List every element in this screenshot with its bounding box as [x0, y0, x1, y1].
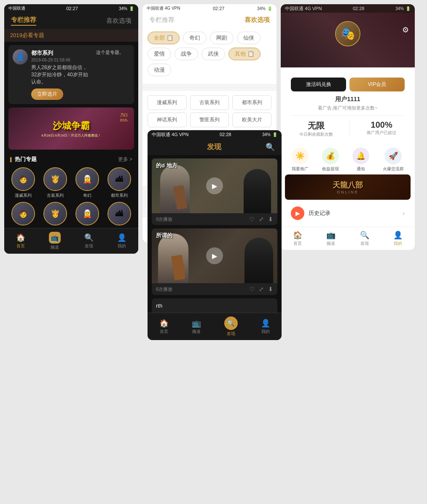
carrier-2: 中国联通 4G VPN	[147, 5, 180, 11]
instant-watch-btn[interactable]: 立即选片	[31, 88, 63, 100]
channel-icon-1: 📺	[49, 232, 61, 244]
game-banner-3[interactable]: 天龍八部 ONLINE	[285, 174, 411, 200]
vip-btn[interactable]: VIP会员	[349, 78, 405, 91]
nav-home-1[interactable]: 🏠 首页	[16, 233, 25, 249]
tab-xihuan-2[interactable]: 喜欢选项	[244, 16, 270, 24]
nav-mine-3[interactable]: 👤 我的	[393, 231, 403, 247]
discover-icon-3: 🔍	[360, 231, 369, 240]
like-icon-1[interactable]: ♡	[249, 216, 255, 223]
user-card: 激活码兑换 VIP会员 用户1111 看广告,推广可增加更多次数~ 无限 今日剩…	[285, 72, 411, 143]
grid-item-0[interactable]: 🧑 漫威系列	[8, 167, 38, 198]
tag-romance[interactable]: 爱情	[148, 48, 171, 60]
grid-item-6[interactable]: 🧝	[73, 202, 102, 225]
sub-tag-overseas[interactable]: 欧美大片	[232, 113, 271, 127]
channel-label-3: 频道	[327, 241, 335, 247]
grid-item-1[interactable]: 👸 古装系列	[40, 167, 70, 198]
grid-item-5[interactable]: 👸	[40, 202, 70, 225]
video-card-1[interactable]: ▶ 的d 地方 0次播放 ♡ ⤢ ⬇	[152, 158, 277, 225]
action-promote[interactable]: ☀️ 我要推广	[292, 147, 309, 172]
grid-item-7[interactable]: 🏙	[105, 202, 134, 225]
grid-item-4[interactable]: 🧑	[8, 202, 38, 225]
play-btn-1[interactable]: ▶	[206, 177, 223, 194]
history-row[interactable]: ▶ 历史记录 ›	[285, 202, 411, 224]
home-label-3: 首页	[293, 241, 302, 247]
status-right-4: 34%🔋	[262, 132, 277, 137]
carrier-4: 中国联通 4G VPN	[152, 131, 188, 138]
share-icon-2[interactable]: ⤢	[259, 286, 264, 292]
partial-title: rth	[156, 303, 162, 309]
sub-tag-marvel[interactable]: 漫威系列	[148, 95, 187, 110]
activate-btn[interactable]: 激活码兑换	[291, 78, 346, 91]
video-card-2[interactable]: ▶ 所谓的 6次播放 ♡ ⤢ ⬇	[152, 228, 277, 295]
nav-channel-4[interactable]: 📺 频道	[192, 319, 201, 335]
game-title-3: 天龍八部	[333, 180, 363, 190]
hot-topics-grid: 🧑 漫威系列 👸 古装系列 🧝 奇幻 🏙 都市系列	[4, 165, 138, 201]
user-avatar[interactable]: 🎭	[335, 21, 360, 46]
tag-fantasy[interactable]: 奇幻	[183, 32, 207, 44]
mine-label-4: 我的	[261, 329, 270, 335]
grid-item-3[interactable]: 🏙 都市系列	[105, 167, 134, 198]
action-notify[interactable]: 🔔 通知	[352, 147, 369, 172]
video-actions-1: ♡ ⤢ ⬇	[249, 216, 273, 223]
video-info-1: 0次播放 ♡ ⤢ ⬇	[152, 213, 277, 225]
carrier-3: 中国联通 4G VPN	[285, 5, 322, 12]
nav-channel-3[interactable]: 📺 频道	[326, 231, 336, 247]
nav-home-4[interactable]: 🏠 首页	[159, 319, 169, 335]
tab-zhuanlan[interactable]: 专栏推荐	[11, 16, 36, 26]
status-right-2: 34% 🔋	[257, 6, 272, 11]
discover-header: 发现 🔍	[148, 139, 282, 155]
status-bar-3: 中国联通 4G VPN 02:28 34%🔋	[281, 4, 415, 13]
gear-icon[interactable]: ⚙	[402, 25, 409, 35]
download-icon-2[interactable]: ⬇	[268, 286, 273, 292]
play-btn-2[interactable]: ▶	[206, 247, 223, 264]
like-icon-2[interactable]: ♡	[249, 286, 255, 292]
time-3: 02:28	[353, 6, 365, 11]
featured-card[interactable]: 👤 都市系列 2019-06-29 01:58:46 男人28岁之前都很自信，3…	[8, 45, 134, 104]
stat-promo-num: 100%	[367, 120, 396, 130]
tag-other[interactable]: 其他 📋	[228, 48, 260, 60]
channel-icon-3: 📺	[326, 231, 336, 240]
tag-row-1: 全部 📋 奇幻 网剧 仙侠	[148, 32, 271, 44]
stat-divider	[349, 120, 350, 137]
nav-discover-1[interactable]: 🔍 发现	[84, 233, 94, 249]
nav-discover-4[interactable]: 🔍 发现	[224, 316, 238, 337]
screen-3: 中国联通 4G VPN 02:28 34%🔋 ⚙ 🎭 激活码兑换 VIP会员 用…	[281, 4, 415, 250]
stat-views-label: 今日剩余观影次数	[299, 131, 333, 137]
nav-mine-1[interactable]: 👤 我的	[117, 233, 126, 249]
status-bar-1: 中国联通 02:27 34% 🔋	[4, 4, 138, 13]
sub-tag-costume[interactable]: 古装系列	[190, 95, 229, 110]
tab-xihuan[interactable]: 喜欢选项	[106, 17, 132, 25]
tag-xianxia[interactable]: 仙侠	[237, 32, 260, 44]
sub-tag-urban[interactable]: 都市系列	[232, 95, 271, 110]
search-icon-4[interactable]: 🔍	[266, 142, 275, 152]
tag-martial[interactable]: 武侠	[201, 48, 225, 60]
nav-home-3[interactable]: 🏠 首页	[293, 231, 302, 247]
tab-zhuanlan-2[interactable]: 专栏推荐	[149, 16, 175, 24]
game-title: 沙城争霸	[41, 120, 101, 132]
action-row: ☀️ 我要推广 💰 收益提现 🔔 通知 🚀 火爆交流群	[285, 147, 411, 172]
promote-label: 我要推广	[292, 166, 309, 172]
hot-topics-header: 热门专题 更多 >	[4, 152, 138, 165]
action-withdraw[interactable]: 💰 收益提现	[322, 147, 339, 172]
battery-icon-2: 🔋	[267, 6, 272, 11]
video-label-2: 所谓的	[156, 232, 172, 239]
group-icon: 🚀	[385, 147, 402, 164]
game-banner[interactable]: 乃口D15. 沙城争霸 8月28日-9月19日！开启万人跨服磨战！	[8, 107, 134, 150]
nav-discover-3[interactable]: 🔍 发现	[360, 231, 369, 247]
action-group[interactable]: 🚀 火爆交流群	[383, 147, 404, 172]
more-link[interactable]: 更多 >	[118, 156, 132, 163]
sub-text: 看广告,推广可增加更多次数~	[291, 105, 405, 111]
share-icon-1[interactable]: ⤢	[259, 216, 264, 223]
nav-mine-4[interactable]: 👤 我的	[261, 319, 270, 335]
grid-item-2[interactable]: 🧝 奇幻	[73, 167, 102, 198]
bottom-nav-4: 🏠 首页 📺 频道 🔍 发现 👤 我的	[148, 313, 282, 340]
nav-channel-1[interactable]: 📺 频道	[49, 232, 61, 250]
header-2: 专栏推荐 喜欢选项	[142, 13, 277, 27]
sub-tag-myth[interactable]: 神话系列	[148, 113, 187, 127]
sub-tag-detective[interactable]: 警匪系列	[190, 113, 229, 127]
tag-anime[interactable]: 动漫	[148, 64, 171, 76]
tag-webdrama[interactable]: 网剧	[210, 32, 234, 44]
tag-war[interactable]: 战争	[175, 48, 198, 60]
download-icon-1[interactable]: ⬇	[268, 216, 273, 223]
tag-all[interactable]: 全部 📋	[148, 32, 180, 44]
